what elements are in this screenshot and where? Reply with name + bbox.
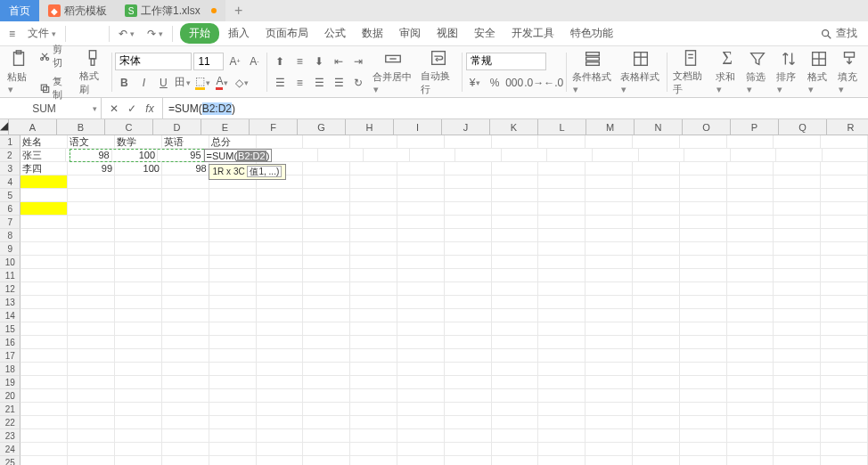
orientation-icon[interactable]: ↻ [349, 74, 367, 92]
cell[interactable] [585, 202, 633, 216]
cell[interactable] [303, 282, 350, 296]
cell[interactable] [821, 363, 868, 376]
cell[interactable] [821, 202, 868, 216]
hamburger-icon[interactable]: ≡ [4, 25, 20, 43]
cell[interactable] [20, 189, 68, 202]
cell[interactable] [492, 336, 539, 349]
increase-indent-icon[interactable]: ⇥ [349, 53, 367, 70]
cell[interactable] [115, 416, 162, 429]
ribbon-tab-data[interactable]: 数据 [355, 23, 390, 44]
cell[interactable] [633, 456, 680, 465]
cell[interactable] [303, 229, 350, 242]
cell[interactable] [633, 376, 680, 389]
cancel-formula-icon[interactable]: ✕ [107, 102, 121, 116]
cell[interactable] [585, 296, 633, 309]
cell[interactable] [821, 376, 868, 389]
row-header[interactable]: 8 [0, 229, 20, 242]
cell[interactable] [492, 135, 539, 149]
underline-icon[interactable]: U [154, 74, 172, 92]
cell[interactable] [209, 202, 257, 216]
cell[interactable] [445, 443, 492, 456]
row-header[interactable]: 12 [0, 282, 20, 296]
cell[interactable] [538, 363, 585, 376]
cell[interactable] [257, 135, 304, 149]
cell[interactable] [115, 336, 162, 349]
cell[interactable] [538, 376, 585, 389]
cell[interactable] [397, 429, 445, 443]
cell[interactable] [821, 175, 868, 189]
row-header[interactable]: 14 [0, 309, 20, 322]
cell[interactable] [585, 322, 633, 336]
cell[interactable] [209, 336, 257, 349]
cell[interactable] [445, 135, 492, 149]
row-header[interactable]: 16 [0, 336, 20, 349]
cell[interactable] [585, 336, 633, 349]
cell[interactable] [821, 269, 868, 282]
cell[interactable] [397, 282, 445, 296]
cell[interactable] [115, 349, 162, 363]
cell[interactable] [821, 309, 868, 322]
cell[interactable] [445, 256, 492, 269]
cell[interactable] [350, 309, 397, 322]
cell[interactable]: 总分 [209, 135, 257, 149]
cell[interactable] [445, 242, 492, 256]
cell[interactable] [538, 175, 585, 189]
cell[interactable] [162, 336, 209, 349]
column-header[interactable]: B [57, 119, 105, 135]
cell[interactable] [257, 376, 304, 389]
cell[interactable] [727, 162, 774, 175]
print-icon[interactable] [82, 31, 93, 37]
cell[interactable] [68, 269, 115, 282]
cell[interactable] [445, 403, 492, 416]
cell[interactable] [445, 429, 492, 443]
cell[interactable] [821, 242, 868, 256]
cell[interactable] [350, 242, 397, 256]
cell[interactable] [727, 175, 774, 189]
cell[interactable] [821, 216, 868, 229]
cell[interactable] [492, 403, 539, 416]
cell[interactable] [162, 202, 209, 216]
cell[interactable] [397, 336, 445, 349]
row-header[interactable]: 21 [0, 403, 20, 416]
cell[interactable] [774, 242, 821, 256]
cell[interactable] [633, 403, 680, 416]
conditional-format-button[interactable]: 条件格式▾ [569, 47, 617, 97]
cell[interactable] [727, 242, 774, 256]
accept-formula-icon[interactable]: ✓ [125, 102, 139, 116]
cell[interactable] [303, 296, 350, 309]
cell[interactable] [20, 175, 68, 189]
cell[interactable] [680, 202, 727, 216]
cell[interactable] [397, 443, 445, 456]
percent-icon[interactable]: % [486, 74, 504, 92]
cell[interactable] [397, 229, 445, 242]
cell[interactable] [727, 456, 774, 465]
cell[interactable] [727, 349, 774, 363]
cell[interactable] [68, 416, 115, 429]
row-header[interactable]: 13 [0, 296, 20, 309]
cell[interactable] [538, 389, 585, 403]
cell[interactable] [727, 322, 774, 336]
fx-icon[interactable]: fx [143, 102, 157, 116]
cell[interactable] [303, 269, 350, 282]
cell[interactable] [350, 216, 397, 229]
row-header[interactable]: 24 [0, 443, 20, 456]
cell[interactable] [257, 349, 304, 363]
cell[interactable] [633, 363, 680, 376]
cell[interactable] [680, 256, 727, 269]
cell[interactable] [303, 349, 350, 363]
column-header[interactable]: C [105, 119, 153, 135]
cell[interactable] [209, 282, 257, 296]
ribbon-tab-formula[interactable]: 公式 [317, 23, 353, 44]
cell[interactable] [821, 256, 868, 269]
cell[interactable] [397, 389, 445, 403]
align-right-icon[interactable]: ☰ [310, 74, 328, 92]
cell[interactable] [20, 322, 68, 336]
cell[interactable] [257, 389, 304, 403]
cell[interactable] [821, 296, 868, 309]
cell[interactable] [680, 389, 727, 403]
cell[interactable] [162, 349, 209, 363]
column-header[interactable]: E [201, 119, 250, 135]
cell[interactable] [162, 189, 209, 202]
cell[interactable] [492, 296, 539, 309]
name-box-dropdown-icon[interactable]: ▾ [89, 104, 101, 113]
